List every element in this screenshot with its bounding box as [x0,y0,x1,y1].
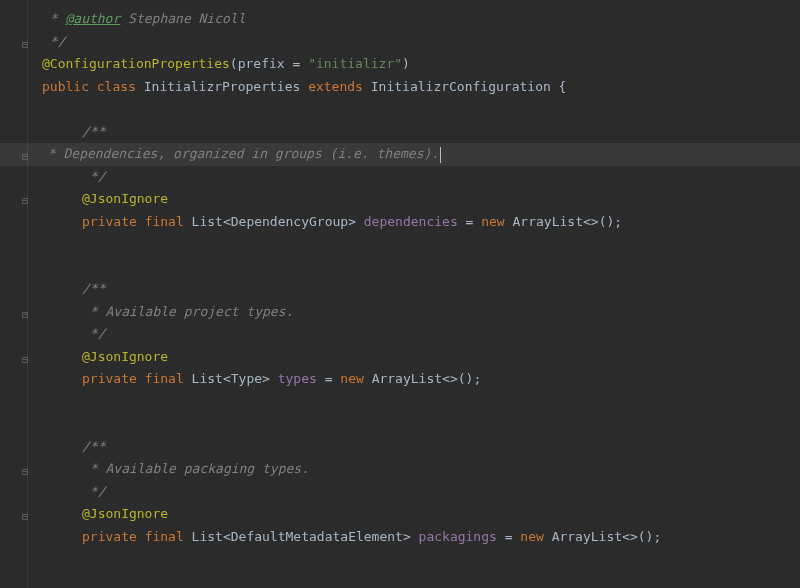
fold-marker-icon[interactable] [22,463,32,473]
annotation: @JsonIgnore [82,191,168,206]
blank-line [36,233,800,256]
blank-line [36,256,800,279]
code-line: @JsonIgnore [36,503,800,526]
code-line: * @author Stephane Nicoll [36,8,800,31]
editor-gutter [0,0,28,588]
code-line: private final List<DefaultMetadataElemen… [36,526,800,549]
caret-icon [440,147,441,163]
code-line: /** [36,278,800,301]
code-line: /** [36,436,800,459]
fold-marker-icon[interactable] [22,508,32,518]
blank-line [36,413,800,436]
code-line: /** [36,121,800,144]
current-line: * Dependencies, organized in groups (i.e… [0,143,800,166]
annotation: @JsonIgnore [82,349,168,364]
code-line: public class InitializrProperties extend… [36,76,800,99]
code-line: private final List<Type> types = new Arr… [36,368,800,391]
fold-marker-icon[interactable] [22,192,32,202]
code-line: @ConfigurationProperties(prefix = "initi… [36,53,800,76]
fold-marker-icon[interactable] [22,306,32,316]
fold-marker-icon[interactable] [22,36,32,46]
code-line: @JsonIgnore [36,188,800,211]
annotation: @ConfigurationProperties [42,56,230,71]
javadoc-tag: @author [65,11,120,26]
code-line: * Available project types. [36,301,800,324]
code-line: */ [36,481,800,504]
code-line: * Available packaging types. [36,458,800,481]
code-line: */ [36,166,800,189]
code-line: private final List<DependencyGroup> depe… [36,211,800,234]
code-line: */ [36,323,800,346]
code-line: */ [36,31,800,54]
annotation: @JsonIgnore [82,506,168,521]
code-editor[interactable]: * @author Stephane Nicoll */ @Configurat… [36,0,800,548]
blank-line [36,391,800,414]
fold-marker-icon[interactable] [22,351,32,361]
code-line: @JsonIgnore [36,346,800,369]
blank-line [36,98,800,121]
